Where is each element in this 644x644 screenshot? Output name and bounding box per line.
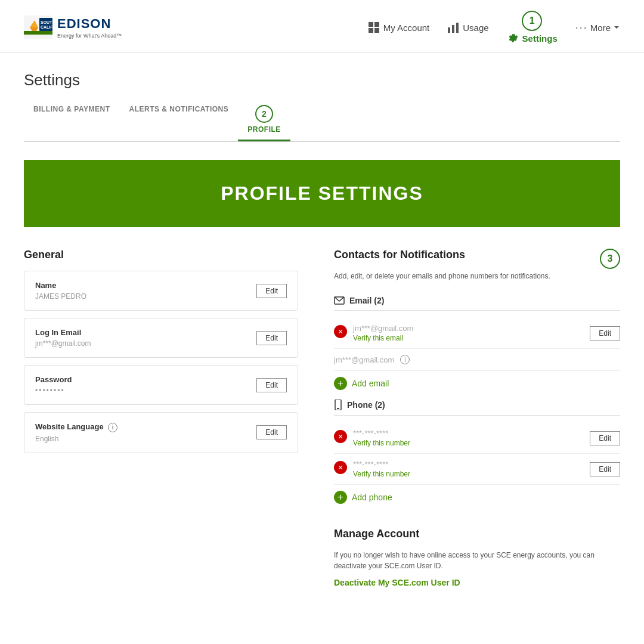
phone-icon xyxy=(334,400,342,410)
sce-logo-icon: SOUTHERN CALIFORNIA xyxy=(24,16,52,39)
website-language-value: English xyxy=(35,435,117,443)
login-email-field-card: Log In Email jm***@gmail.com Edit xyxy=(24,318,298,358)
nav-bar: My Account Usage 1 Settings ··· More xyxy=(368,11,620,44)
phone-item-2: × ***-***-**** Verify this number Edit xyxy=(334,454,620,485)
general-title: General xyxy=(24,249,298,261)
svg-rect-8 xyxy=(369,22,373,27)
logo-tagline: Energy for What's Ahead™ xyxy=(57,33,122,39)
two-column-layout: General Name JAMES PEDRO Edit Log In Ema… xyxy=(24,249,620,588)
nav-my-account[interactable]: My Account xyxy=(368,21,430,33)
verify-email-1-link[interactable]: Verify this email xyxy=(353,334,413,342)
deactivate-link[interactable]: Deactivate My SCE.com User ID xyxy=(334,578,460,587)
svg-rect-9 xyxy=(374,22,379,27)
svg-rect-13 xyxy=(452,25,454,33)
contacts-title: Contacts for Notifications xyxy=(334,249,550,261)
website-language-content: Website Language i English xyxy=(35,422,117,443)
add-phone-icon: + xyxy=(334,491,347,504)
remove-phone-1-button[interactable]: × xyxy=(334,430,347,443)
profile-tab-badge: 2 xyxy=(255,105,273,123)
gear-icon xyxy=(507,32,519,44)
tab-profile[interactable]: 2 PROFILE xyxy=(238,99,290,141)
login-email-edit-button[interactable]: Edit xyxy=(256,331,287,345)
contacts-section: Contacts for Notifications Add, edit, or… xyxy=(334,249,620,588)
bar-chart-icon xyxy=(447,21,459,33)
chevron-down-icon xyxy=(613,24,620,31)
grid-icon xyxy=(368,21,380,33)
phone-section-label: Phone (2) xyxy=(334,400,620,416)
contacts-description: Add, edit, or delete your emails and pho… xyxy=(334,271,550,281)
remove-email-1-button[interactable]: × xyxy=(334,325,347,338)
password-content: Password •••••••• xyxy=(35,375,72,395)
name-label: Name xyxy=(35,281,86,290)
page-title: Settings xyxy=(24,71,620,89)
manage-account-title: Manage Account xyxy=(334,528,620,540)
add-phone-button[interactable]: + Add phone xyxy=(334,491,620,504)
verify-phone-2-link[interactable]: Verify this number xyxy=(353,470,410,478)
website-language-label: Website Language i xyxy=(35,422,117,432)
name-edit-button[interactable]: Edit xyxy=(256,284,287,298)
svg-rect-12 xyxy=(448,27,450,33)
settings-badge: 1 xyxy=(522,11,542,31)
email-item-1: × jm***@gmail.com Verify this email Edit xyxy=(334,318,620,349)
manage-account-description: If you no longer wish to have online acc… xyxy=(334,550,620,571)
phone-item-1: × ***-***-**** Verify this number Edit xyxy=(334,423,620,454)
settings-tabs: BILLING & PAYMENT ALERTS & NOTIFICATIONS… xyxy=(24,99,620,142)
name-field-content: Name JAMES PEDRO xyxy=(35,281,86,301)
svg-rect-14 xyxy=(456,23,459,33)
usage-label: Usage xyxy=(463,23,488,33)
email-2-value: jm***@gmail.com xyxy=(334,355,394,364)
phone-2-value: ***-***-**** xyxy=(353,460,410,469)
verify-phone-1-link[interactable]: Verify this number xyxy=(353,439,410,447)
name-field-card: Name JAMES PEDRO Edit xyxy=(24,271,298,311)
header: SOUTHERN CALIFORNIA EDISON Energy for Wh… xyxy=(0,0,644,53)
svg-rect-4 xyxy=(24,31,52,35)
svg-rect-17 xyxy=(337,408,339,409)
svg-rect-11 xyxy=(374,28,379,33)
password-field-card: Password •••••••• Edit xyxy=(24,365,298,405)
phone-2-edit-button[interactable]: Edit xyxy=(590,462,620,476)
nav-usage[interactable]: Usage xyxy=(447,21,488,33)
website-language-field-card: Website Language i English Edit xyxy=(24,412,298,453)
svg-text:CALIFORNIA: CALIFORNIA xyxy=(41,25,52,29)
more-label: More xyxy=(590,23,611,33)
svg-rect-10 xyxy=(369,28,373,33)
phone-1-edit-button[interactable]: Edit xyxy=(590,431,620,445)
manage-account-section: Manage Account If you no longer wish to … xyxy=(334,528,620,588)
phone-1-value: ***-***-**** xyxy=(353,429,410,438)
add-email-icon: + xyxy=(334,377,347,390)
password-value: •••••••• xyxy=(35,386,72,395)
nav-more[interactable]: ··· More xyxy=(575,21,620,34)
email-2-info-icon[interactable]: i xyxy=(400,355,410,364)
add-email-button[interactable]: + Add email xyxy=(334,377,620,390)
svg-text:SOUTHERN: SOUTHERN xyxy=(41,20,52,24)
email-1-value: jm***@gmail.com xyxy=(353,324,413,333)
email-icon xyxy=(334,296,345,305)
contacts-header: Contacts for Notifications Add, edit, or… xyxy=(334,249,620,291)
login-email-content: Log In Email jm***@gmail.com xyxy=(35,328,91,348)
name-value: JAMES PEDRO xyxy=(35,292,86,301)
tab-alerts-notifications[interactable]: ALERTS & NOTIFICATIONS xyxy=(120,99,239,141)
my-account-label: My Account xyxy=(383,23,430,33)
tab-billing-payment[interactable]: BILLING & PAYMENT xyxy=(24,99,120,141)
logo-name: EDISON xyxy=(57,16,122,32)
logo-text: EDISON Energy for What's Ahead™ xyxy=(57,16,122,39)
profile-banner: PROFILE SETTINGS xyxy=(24,160,620,227)
email-section-label: Email (2) xyxy=(334,296,620,311)
page-content: Settings BILLING & PAYMENT ALERTS & NOTI… xyxy=(0,53,644,612)
nav-settings[interactable]: Settings xyxy=(507,32,558,44)
contacts-badge: 3 xyxy=(600,249,620,269)
settings-label: Settings xyxy=(522,33,558,44)
website-language-edit-button[interactable]: Edit xyxy=(256,425,287,439)
password-label: Password xyxy=(35,375,72,384)
login-email-value: jm***@gmail.com xyxy=(35,339,91,348)
email-1-edit-button[interactable]: Edit xyxy=(590,326,620,340)
email-item-2: jm***@gmail.com i xyxy=(334,349,620,371)
login-email-label: Log In Email xyxy=(35,328,91,337)
remove-phone-2-button[interactable]: × xyxy=(334,461,347,474)
general-section: General Name JAMES PEDRO Edit Log In Ema… xyxy=(24,249,298,588)
logo: SOUTHERN CALIFORNIA EDISON Energy for Wh… xyxy=(24,16,122,39)
password-edit-button[interactable]: Edit xyxy=(256,378,287,392)
banner-title: PROFILE SETTINGS xyxy=(36,182,608,205)
website-language-info-icon[interactable]: i xyxy=(108,423,117,432)
